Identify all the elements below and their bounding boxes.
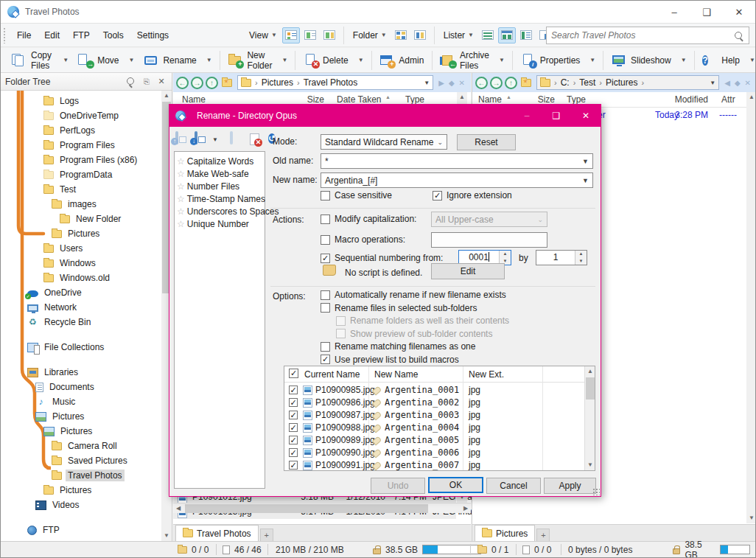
tree-item-pictures[interactable]: Pictures — [43, 424, 94, 439]
tree-item-libraries[interactable]: Libraries — [27, 365, 80, 380]
toolbar-grip[interactable] — [3, 27, 7, 43]
tree-item-music[interactable]: ♪Music — [35, 394, 77, 409]
option-use-preview-list-to-build-macros[interactable]: ✓Use preview list to build macros — [321, 355, 459, 365]
star-icon[interactable]: ☆ — [177, 206, 185, 217]
tree-item-network[interactable]: Network — [27, 300, 79, 315]
new-tab-button[interactable]: + — [260, 529, 273, 541]
tree-item-programdata[interactable]: ProgramData — [43, 167, 114, 182]
menu-edit[interactable]: Edit — [38, 27, 66, 43]
maximize-button[interactable]: ❑ — [690, 1, 723, 23]
column-new-name[interactable]: New Name — [374, 369, 418, 380]
forward-button[interactable]: → — [191, 77, 203, 89]
scroll-right-icon[interactable]: ▶ — [461, 503, 471, 514]
column-new-ext[interactable]: New Ext. — [469, 369, 504, 380]
new-tab-button[interactable]: + — [536, 529, 550, 541]
sequential-step-spinner[interactable]: 1 ▲▼ — [536, 250, 587, 265]
minimize-button[interactable]: – — [658, 1, 690, 23]
tree-search-icon[interactable] — [126, 76, 138, 88]
chevron-down-icon[interactable]: ▼ — [710, 80, 715, 86]
checkbox-icon[interactable]: ✓ — [289, 423, 298, 432]
menu-settings[interactable]: Settings — [130, 27, 175, 43]
column-header-date-taken[interactable]: Date Taken — [337, 94, 382, 105]
folder-split-button[interactable] — [411, 27, 429, 43]
dialog-maximize-button[interactable]: ❑ — [542, 105, 571, 127]
unlock-icon[interactable] — [673, 548, 680, 554]
preview-scrollbar[interactable]: ▲ ▼ — [584, 366, 595, 470]
tree-close-icon[interactable]: ✕ — [155, 76, 167, 88]
forward-button[interactable]: → — [490, 77, 503, 89]
mode-select[interactable]: Standard Wildcard Rename⌄ — [321, 134, 447, 150]
tree-item-program-files-x86-[interactable]: Program Files (x86) — [43, 153, 139, 167]
scrollbar-thumb[interactable] — [586, 377, 595, 400]
lister-dual-vertical-button[interactable] — [498, 27, 516, 43]
back-button[interactable]: ← — [475, 77, 488, 89]
column-header-type[interactable]: Type — [405, 94, 424, 105]
star-icon[interactable]: ☆ — [177, 156, 185, 167]
breadcrumb-segment[interactable]: Test — [579, 77, 595, 88]
checkbox-icon[interactable] — [321, 235, 330, 245]
scroll-down-icon[interactable]: ▼ — [746, 513, 756, 523]
print-button[interactable] — [230, 133, 245, 147]
right-breadcrumb[interactable]: ›C:›Test›Pictures›▼ — [536, 75, 719, 90]
checkbox-icon[interactable]: ✓ — [321, 254, 330, 263]
tree-item-pictures[interactable]: Pictures — [52, 226, 102, 241]
column-header-size[interactable]: Size — [525, 94, 555, 105]
preview-row[interactable]: ✓P10900991.jpgArgentina_0007jpg — [284, 459, 595, 472]
save-preset-button[interactable]: ↑ — [175, 133, 190, 147]
preview-row[interactable]: ✓P10900986.jpgArgentina_0002jpg — [284, 397, 595, 409]
chevron-down-icon[interactable]: ▼ — [58, 52, 73, 68]
up-button[interactable]: ↑ — [206, 77, 218, 89]
preset-make-web-safe[interactable]: ☆Make Web-safe — [175, 167, 265, 180]
tree-item-windows-old[interactable]: Windows.old — [43, 271, 112, 285]
star-icon[interactable]: ☆ — [177, 169, 185, 179]
scroll-up-icon[interactable]: ▲ — [585, 366, 595, 377]
search-input[interactable] — [547, 30, 734, 41]
checkbox-icon[interactable]: ✓ — [289, 461, 298, 470]
tree-item-users[interactable]: Users — [43, 241, 85, 256]
left-breadcrumb[interactable]: ›Pictures›Travel Photos▼ — [237, 75, 433, 90]
breadcrumb-segment[interactable]: Pictures — [606, 77, 637, 88]
preview-row[interactable]: ✓P10900988.jpgArgentina_0004jpg — [284, 422, 595, 434]
option-rename-matching-filenames-as-one[interactable]: Rename matching filenames as one — [321, 341, 475, 352]
macro-operations-checkbox[interactable]: Macro operations: — [321, 234, 405, 245]
right-vertical-scrollbar[interactable]: ▲ ▼ — [746, 92, 756, 523]
resize-grip[interactable] — [592, 488, 600, 495]
view-tiles-button[interactable] — [321, 27, 338, 43]
menu-file[interactable]: File — [10, 27, 38, 43]
lister-tree-button[interactable] — [517, 27, 535, 43]
preset-capitalize-words[interactable]: ☆Capitalize Words — [175, 155, 265, 167]
dialog-minimize-button[interactable]: – — [512, 105, 542, 127]
chevron-down-icon[interactable]: ▼ — [202, 52, 217, 68]
checkbox-icon[interactable]: ✓ — [289, 386, 298, 394]
new-folder-button[interactable]: +New Folder — [223, 47, 277, 74]
tree-item-test[interactable]: Test — [43, 182, 78, 197]
tree-item-onedrivetemp[interactable]: OneDriveTemp — [43, 108, 121, 123]
checkbox-icon[interactable] — [321, 342, 330, 352]
preview-row[interactable]: ✓P10900990.jpgArgentina_0006jpg — [284, 447, 595, 459]
menu-tools[interactable]: Tools — [97, 27, 130, 43]
checkbox-icon[interactable] — [321, 290, 330, 300]
breadcrumb-segment[interactable]: C: — [561, 77, 570, 88]
swap-icon[interactable]: ◆ — [449, 79, 455, 87]
tree-item-camera-roll[interactable]: Camera Roll — [52, 439, 119, 453]
scroll-up-icon[interactable]: ▲ — [457, 92, 467, 102]
scroll-down-icon[interactable]: ▼ — [161, 531, 172, 541]
view-menu[interactable]: View▼ — [245, 27, 281, 43]
tree-item-new-folder[interactable]: New Folder — [60, 212, 123, 226]
breadcrumb-segment[interactable]: Pictures — [262, 77, 293, 88]
archive-files-button[interactable]: ←Archive Files — [435, 47, 494, 74]
tree-item-images[interactable]: images — [52, 197, 99, 212]
chevron-down-icon[interactable]: ▼ — [125, 52, 139, 68]
reset-button[interactable]: Reset — [457, 134, 516, 150]
option-automatically-rename-if-new-filename-exi[interactable]: Automatically rename if new filename exi… — [321, 290, 506, 300]
rename-button[interactable]: Rename — [139, 51, 201, 70]
checkbox-icon[interactable]: ✓ — [289, 398, 298, 407]
tab-pictures[interactable]: Pictures — [475, 525, 535, 541]
close-pane-icon[interactable]: ✕ — [459, 79, 465, 87]
checkbox-icon[interactable] — [321, 215, 330, 224]
edit-script-button[interactable]: Edit — [431, 263, 505, 279]
load-preset-button[interactable]: ↓ — [195, 133, 209, 147]
checkbox-icon[interactable]: ✓ — [289, 411, 298, 419]
preview-row[interactable]: ✓P10900985.jpgArgentina_0001jpg — [284, 384, 595, 397]
close-pane-icon[interactable]: ✕ — [745, 79, 751, 87]
